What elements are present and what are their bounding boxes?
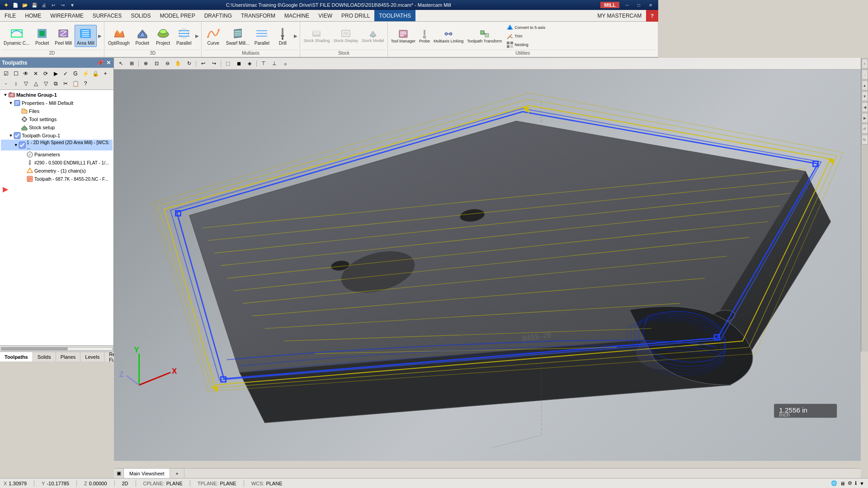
menu-solids[interactable]: SOLIDS	[126, 10, 155, 21]
ribbon-btn-parallel-m[interactable]: Parallel	[252, 25, 272, 47]
ribbon-btn-pocket-3d[interactable]: Pocket	[132, 25, 152, 47]
qa-open[interactable]: 📂	[21, 1, 29, 9]
ribbon-btn-probe[interactable]: Probe	[418, 28, 431, 44]
vp-rotate[interactable]: ↻	[184, 59, 194, 68]
tp-high-feed[interactable]: ⚡	[80, 69, 90, 79]
ribbon-btn-tool-manager[interactable]: Tool Manager	[390, 28, 417, 44]
vp-pan[interactable]: ✋	[173, 59, 183, 68]
tree-geometry[interactable]: ▶ Geometry - (1) chain(s)	[1, 167, 113, 175]
tp-delete[interactable]: ✕	[31, 69, 41, 79]
vp-wireframe[interactable]: ⬚	[223, 59, 233, 68]
menu-pro-drill[interactable]: PRO DRILL	[337, 10, 374, 21]
tp-item-expand[interactable]: ▼	[13, 142, 19, 148]
ribbon-btn-trim[interactable]: Trim	[505, 32, 547, 40]
multiaxis-group-arrow[interactable]: ▶	[293, 33, 298, 39]
machine-group-expand[interactable]: ▼	[3, 92, 8, 98]
main-viewport[interactable]: 8455-20	[114, 58, 658, 369]
ribbon-btn-dynamic[interactable]: Dynamic C...	[2, 25, 31, 47]
panel-close-btn[interactable]: ✕	[105, 60, 112, 66]
vp-select[interactable]: ↖	[116, 59, 126, 68]
ribbon-btn-optirough[interactable]: OptiRough	[106, 25, 132, 47]
menu-surfaces[interactable]: SURFACES	[88, 10, 127, 21]
play-button[interactable]: ▶	[3, 185, 8, 193]
ribbon-btn-stock-model[interactable]: Stock Model	[360, 28, 386, 43]
tree-properties[interactable]: ▼ Properties - Mill Default	[1, 99, 113, 107]
menu-transform[interactable]: TRANSFORM	[236, 10, 280, 21]
tp-filter[interactable]: ▽	[21, 79, 31, 89]
panel-pin-btn[interactable]: 📌	[96, 60, 104, 66]
tp-expand[interactable]: +	[100, 69, 110, 79]
tree-stock-setup[interactable]: ▶ Stock setup	[1, 123, 113, 131]
ribbon-btn-parallel-3d[interactable]: Parallel	[174, 25, 194, 47]
tab-solids[interactable]: Solids	[33, 352, 56, 361]
tp-post[interactable]: G	[71, 69, 80, 79]
qa-print[interactable]: 🖨	[40, 1, 48, 9]
vp-zoom-out[interactable]: ⊖	[162, 59, 172, 68]
qa-undo[interactable]: ↩	[49, 1, 57, 9]
ribbon-btn-peel-mill[interactable]: Peel Mill	[53, 25, 74, 47]
menu-view[interactable]: VIEW	[314, 10, 337, 21]
tree-toolpath-group[interactable]: ▼ Toolpath Group-1	[1, 131, 113, 140]
my-mastercam[interactable]: MY MASTERCAM	[593, 10, 646, 21]
panel-scrollbar[interactable]	[0, 345, 113, 352]
vp-zoom-window[interactable]: ⊕	[141, 59, 151, 68]
qa-save[interactable]: 💾	[30, 1, 38, 9]
tp-sort[interactable]: ↕	[11, 79, 21, 89]
tree-machine-group[interactable]: ▼ Machine Group-1	[1, 91, 113, 99]
tp-cut[interactable]: ✂	[61, 79, 71, 89]
maximize-btn[interactable]: □	[635, 1, 643, 9]
qa-extra[interactable]: ▼	[68, 1, 76, 9]
vp-select-all[interactable]: ⊞	[127, 59, 137, 68]
tree-endmill[interactable]: ▶ #290 - 0.5000 ENDMILL1 FLAT - 1/...	[1, 159, 113, 167]
tab-toolpaths[interactable]: Toolpaths	[0, 352, 33, 361]
2d-group-arrow[interactable]: ▶	[98, 33, 102, 39]
tp-select-all[interactable]: ☑	[1, 69, 11, 79]
menu-model-prep[interactable]: MODEL PREP	[155, 10, 199, 21]
ribbon-btn-stock-shading[interactable]: Stock Shading	[302, 28, 331, 43]
3d-group-arrow[interactable]: ▶	[195, 33, 199, 39]
tp-verify[interactable]: ✓	[61, 69, 71, 79]
tp-lock[interactable]: 🔒	[90, 69, 100, 79]
menu-drafting[interactable]: DRAFTING	[200, 10, 236, 21]
vp-zoom-fit[interactable]: ⊡	[151, 59, 161, 68]
tp-backplot[interactable]: ▶	[51, 69, 61, 79]
menu-home[interactable]: HOME	[20, 10, 46, 21]
tree-tool-settings[interactable]: ▶ Tool settings	[1, 115, 113, 123]
close-btn[interactable]: ✕	[646, 1, 655, 9]
tree-tp-item[interactable]: ▼ 1 - 2D High Speed (2D Area Mill) - [WC…	[1, 140, 113, 150]
qa-redo[interactable]: ↪	[59, 1, 67, 9]
tp-regenerate[interactable]: ⟳	[41, 69, 51, 79]
vp-top[interactable]: ⊤	[259, 59, 269, 68]
qa-new[interactable]: 📄	[11, 1, 19, 9]
ribbon-btn-area-mill[interactable]: Area Mill	[75, 25, 97, 47]
tp-help[interactable]: ?	[80, 79, 90, 89]
tab-planes[interactable]: Planes	[56, 352, 81, 361]
tp-move-down[interactable]: ▽	[41, 79, 51, 89]
vp-display[interactable]: ◈	[245, 59, 255, 68]
ribbon-btn-swarf[interactable]: Swarf Mill...	[224, 25, 251, 47]
menu-file[interactable]: FILE	[0, 10, 20, 21]
tp-group-expand[interactable]: ▼	[8, 133, 14, 138]
tab-levels[interactable]: Levels	[80, 352, 104, 361]
ribbon-btn-nesting[interactable]: Nesting	[505, 41, 547, 49]
tp-deselect[interactable]: ☐	[11, 69, 21, 79]
tp-collapse[interactable]: -	[1, 79, 11, 89]
ribbon-btn-project[interactable]: Project	[153, 25, 173, 47]
ribbon-btn-stock-display[interactable]: Stock Display	[332, 28, 359, 43]
tree-files[interactable]: ▶ Files	[1, 107, 113, 115]
vp-redo[interactable]: ↪	[209, 59, 219, 68]
tree-params[interactable]: ▶ P Parameters	[1, 150, 113, 159]
tree-toolpath-file[interactable]: ▶ Toolpath - 687.7K - 8455-20.NC - F...	[1, 175, 113, 183]
tp-copy[interactable]: ⧉	[51, 79, 61, 89]
ribbon-btn-convert-5axis[interactable]: Convert to 5-axis	[505, 23, 547, 32]
vp-undo[interactable]: ↩	[198, 59, 208, 68]
ribbon-btn-curve[interactable]: Curve	[203, 25, 223, 47]
properties-expand[interactable]: ▼	[8, 100, 14, 106]
menu-wireframe[interactable]: WIREFRAME	[46, 10, 88, 21]
vp-iso[interactable]: ⟐	[280, 59, 290, 68]
menu-machine[interactable]: MACHINE	[280, 10, 314, 21]
help-button[interactable]: ?	[646, 10, 658, 22]
minimize-btn[interactable]: ─	[623, 1, 631, 9]
menu-toolpaths[interactable]: TOOLPATHS	[374, 10, 415, 21]
ribbon-btn-toolpath-transform[interactable]: Toolpath Transform	[466, 28, 503, 44]
